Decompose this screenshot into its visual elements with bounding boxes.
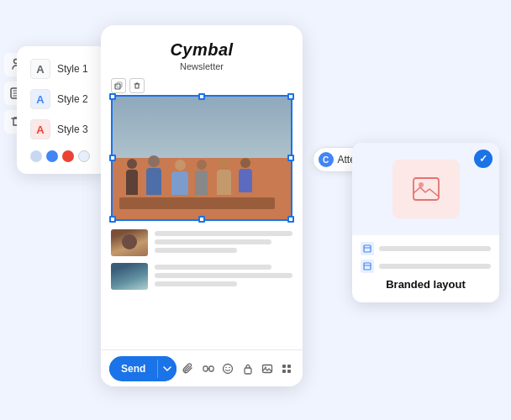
svg-point-6 <box>224 364 233 373</box>
attendees-c-letter: C <box>319 152 334 167</box>
svg-rect-9 <box>245 368 251 374</box>
branded-layout-card[interactable]: ✓ Branded layout <box>352 143 499 302</box>
resize-handle-tm[interactable] <box>198 93 205 100</box>
layout-item-icon-1 <box>361 242 374 255</box>
style-item-1[interactable]: A Style 1 <box>25 55 101 83</box>
resize-handle-bl[interactable] <box>109 216 116 223</box>
person-silhouette <box>126 159 138 195</box>
text-line <box>155 248 237 253</box>
branded-card-body <box>352 235 499 273</box>
person-silhouette <box>171 160 188 195</box>
thumb-text-lines-2 <box>155 263 292 286</box>
newsletter-card: Cymbal Newsletter <box>101 25 303 386</box>
layout-text-bar-2 <box>379 264 491 269</box>
style-label-1: Style 1 <box>57 63 88 75</box>
style-letter-3: A <box>30 119 50 139</box>
thumbnail-2[interactable] <box>111 263 148 290</box>
thumbnails-section <box>101 221 303 297</box>
color-swatches <box>25 150 101 162</box>
resize-handle-bm[interactable] <box>198 216 205 223</box>
style-item-3[interactable]: A Style 3 <box>25 115 101 144</box>
image-toolbar-icon-copy[interactable] <box>111 78 126 93</box>
style-item-2[interactable]: A Style 2 <box>25 85 101 113</box>
svg-rect-12 <box>282 365 286 368</box>
svg-point-7 <box>225 366 227 368</box>
style-letter-2: A <box>30 89 50 109</box>
style-label-2: Style 2 <box>57 93 88 105</box>
svg-rect-19 <box>364 263 371 270</box>
svg-rect-4 <box>203 366 208 371</box>
image-content <box>113 97 291 219</box>
bottom-link-icon[interactable] <box>201 361 215 376</box>
bottom-emoji-icon[interactable] <box>220 361 234 376</box>
text-line <box>155 281 237 286</box>
newsletter-header: Cymbal Newsletter <box>101 25 303 78</box>
main-selected-image[interactable] <box>111 95 292 221</box>
thumbnail-row-1 <box>111 229 292 256</box>
layout-item-icon-2 <box>361 260 374 273</box>
style-letter-1: A <box>30 59 50 79</box>
svg-point-17 <box>419 182 424 187</box>
person-silhouette <box>239 158 252 192</box>
layout-text-bar-1 <box>379 246 491 251</box>
style-panel: A Style 1 A Style 2 A Style 3 <box>17 46 109 174</box>
svg-rect-15 <box>287 370 291 373</box>
thumbnail-row-2 <box>111 263 292 290</box>
style-label-3: Style 3 <box>57 123 88 135</box>
svg-rect-5 <box>209 366 213 371</box>
thumb-text-lines-1 <box>155 229 292 253</box>
thumbnail-1[interactable] <box>111 229 148 256</box>
resize-handle-tr[interactable] <box>287 93 294 100</box>
image-toolbar-icon-delete[interactable] <box>129 78 145 93</box>
resize-handle-br[interactable] <box>287 216 294 223</box>
color-dot-2[interactable] <box>46 150 58 162</box>
person-silhouette <box>195 160 208 195</box>
color-dot-1[interactable] <box>30 150 42 162</box>
person-silhouette <box>217 158 231 195</box>
bottom-image-icon[interactable] <box>260 361 274 376</box>
resize-handle-tl[interactable] <box>109 93 116 100</box>
svg-rect-10 <box>262 365 271 372</box>
bottom-lock-icon[interactable] <box>240 361 255 376</box>
layout-row-2 <box>361 260 491 273</box>
text-line <box>155 231 292 236</box>
send-button[interactable]: Send <box>109 358 157 380</box>
svg-rect-13 <box>287 365 291 368</box>
resize-handle-mr[interactable] <box>287 155 294 161</box>
svg-point-8 <box>229 366 230 368</box>
resize-handle-ml[interactable] <box>109 155 116 161</box>
bottom-attach-icon[interactable] <box>182 361 196 376</box>
image-toolbar <box>111 78 145 93</box>
color-dot-4[interactable] <box>78 150 90 162</box>
bottom-grid-icon[interactable] <box>280 361 294 376</box>
bottom-toolbar: Send <box>101 349 303 386</box>
brand-logo: Cymbal <box>114 40 289 60</box>
text-line <box>155 239 271 244</box>
branded-card-preview: ✓ <box>352 143 499 235</box>
selected-checkmark: ✓ <box>474 150 493 168</box>
color-dot-3[interactable] <box>62 150 74 162</box>
svg-rect-18 <box>364 245 371 252</box>
svg-rect-2 <box>115 84 120 89</box>
person-silhouette <box>146 155 161 195</box>
svg-rect-3 <box>117 82 122 87</box>
text-line <box>155 273 292 278</box>
branded-layout-label: Branded layout <box>352 278 499 291</box>
branded-image-icon <box>392 160 460 218</box>
send-dropdown-arrow[interactable] <box>158 356 176 381</box>
svg-rect-14 <box>282 370 286 373</box>
newsletter-subtitle: Newsletter <box>114 61 289 71</box>
text-line <box>155 265 271 270</box>
layout-row-1 <box>361 242 491 255</box>
